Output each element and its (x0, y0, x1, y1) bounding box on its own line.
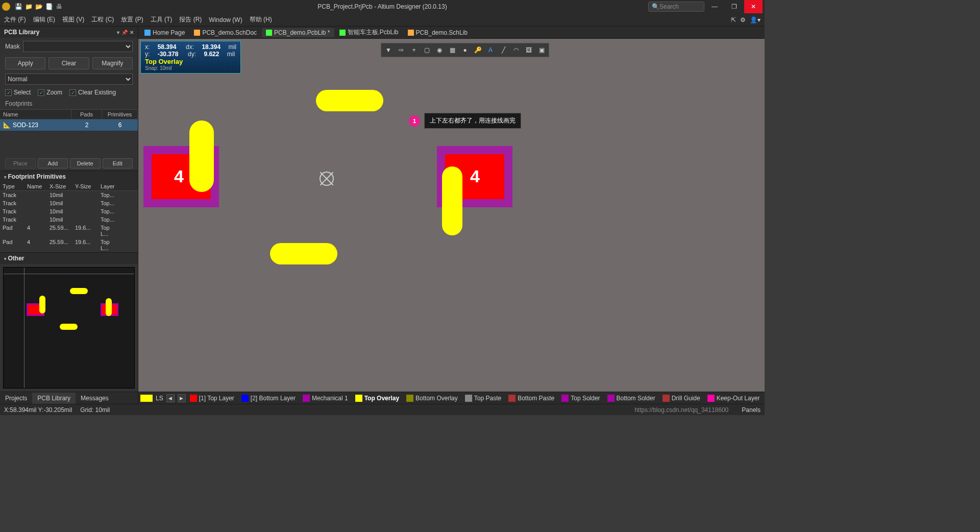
projects-tab[interactable]: Projects (0, 393, 32, 404)
pill-right-bottom[interactable] (442, 166, 462, 235)
arc-icon[interactable]: ◠ (510, 44, 522, 56)
filter-icon[interactable]: ▼ (382, 44, 395, 56)
main-area: Home Page PCB_demo.SchDoc PCB_demo.PcbLi… (138, 27, 765, 404)
layer-item[interactable]: Mechanical 1 (300, 394, 351, 403)
tab-schdoc[interactable]: PCB_demo.SchDoc (190, 28, 261, 37)
primitive-row[interactable]: Track10milTop... (0, 215, 138, 224)
tab-pcblib-active[interactable]: PCB_demo.PcbLib * (262, 28, 334, 37)
settings-icon[interactable]: ⚙ (740, 16, 746, 23)
open-file-icon[interactable]: 📂 (35, 3, 43, 11)
mode-select[interactable]: Normal (5, 74, 133, 85)
status-bar: X:58.394mil Y:-30.205mil Grid: 10mil htt… (0, 404, 765, 415)
menu-project[interactable]: 工程 (C) (91, 15, 114, 24)
image-icon[interactable]: 🖼 (523, 44, 535, 56)
text-icon[interactable]: A (484, 44, 497, 56)
save-all-icon[interactable]: 📑 (45, 3, 53, 11)
panel-pin-icon[interactable]: 📌 (121, 30, 128, 35)
zoom-checkbox[interactable]: ✓Zoom (38, 89, 62, 96)
layer-item[interactable]: [1] Top Layer (187, 394, 237, 403)
layer-item[interactable]: Top Paste (462, 394, 504, 403)
tab-home[interactable]: Home Page (140, 28, 189, 37)
save-icon[interactable]: 💾 (14, 3, 22, 11)
pad-left-number: 4 (174, 166, 184, 186)
user-icon[interactable]: 👤▾ (750, 16, 761, 23)
pad-right-number: 4 (470, 166, 480, 186)
layer-item[interactable]: Drill Guide (659, 394, 703, 403)
ls-label[interactable]: LS (156, 395, 163, 402)
delete-button[interactable]: Delete (70, 158, 101, 168)
panels-button[interactable]: Panels (742, 406, 761, 414)
clear-existing-checkbox[interactable]: ✓Clear Existing (69, 89, 116, 96)
tab-pcblib2[interactable]: 智能车主板.PcbLib (335, 27, 403, 38)
panel-title: PCB Library (4, 29, 39, 36)
document-tabs: Home Page PCB_demo.SchDoc PCB_demo.PcbLi… (138, 27, 765, 39)
layer-item[interactable]: Keep-Out Layer (704, 394, 763, 403)
open-folder-icon[interactable]: 📁 (24, 3, 33, 11)
magnify-button[interactable]: Magnify (92, 57, 133, 69)
layer-item[interactable]: [2] Bottom Layer (238, 394, 299, 403)
mask-label: Mask (5, 43, 20, 50)
edit-button[interactable]: Edit (103, 158, 133, 168)
layer-item[interactable]: Drill (764, 394, 765, 403)
menu-place[interactable]: 放置 (P) (121, 15, 143, 24)
footprints-section-label: Footprints (0, 98, 138, 110)
layer-item[interactable]: Bottom Paste (505, 394, 557, 403)
footprint-row[interactable]: 📐 SOD-123 2 6 (0, 119, 138, 131)
menu-tools[interactable]: 工具 (T) (151, 15, 173, 24)
minimize-button[interactable]: — (705, 0, 724, 13)
fill-icon[interactable]: ▦ (446, 44, 458, 56)
select-checkbox[interactable]: ✓Select (5, 89, 31, 96)
share-icon[interactable]: ⇱ (731, 16, 736, 23)
apply-button[interactable]: Apply (5, 57, 45, 69)
layer-next-button[interactable]: ▶ (178, 394, 186, 402)
primitive-row[interactable]: Track10milTop... (0, 207, 138, 215)
via-icon[interactable]: ◉ (433, 44, 446, 56)
menu-help[interactable]: 帮助 (H) (250, 15, 272, 24)
app-logo-icon (2, 3, 10, 11)
panel-close-icon[interactable]: ✕ (130, 30, 134, 35)
primitive-row[interactable]: Pad425.59...19.6...Top L... (0, 238, 138, 252)
pill-top[interactable] (316, 90, 383, 111)
pcb-canvas[interactable]: x: 58.394 dx: 18.394 mil y: -30.378 dy: … (138, 39, 765, 392)
layer-prev-button[interactable]: ◀ (166, 394, 175, 402)
menu-file[interactable]: 文件 (F) (4, 15, 26, 24)
footprint-primitives-header[interactable]: Footprint Primitives (0, 171, 138, 182)
layer-item[interactable]: Bottom Solder (604, 394, 658, 403)
key-icon[interactable]: 🔑 (472, 44, 484, 56)
menu-window[interactable]: Window (W) (209, 16, 242, 23)
menu-view[interactable]: 视图 (V) (62, 15, 84, 24)
tab-schlib[interactable]: PCB_demo.SchLib (404, 28, 472, 37)
plus-icon[interactable]: + (408, 44, 420, 56)
menu-report[interactable]: 报告 (R) (179, 15, 202, 24)
hud-layer: Top Overlay (145, 58, 236, 65)
maximize-button[interactable]: ❐ (725, 0, 743, 13)
messages-tab[interactable]: Messages (76, 393, 114, 404)
primitive-row[interactable]: Track10milTop... (0, 191, 138, 199)
layer-item[interactable]: Top Overlay (352, 394, 402, 403)
layer-item[interactable]: Top Solder (558, 394, 603, 403)
other-header[interactable]: Other (0, 252, 138, 264)
pill-bottom[interactable] (270, 243, 337, 264)
mask-select[interactable] (23, 41, 133, 52)
annotation-callout: 1 上下左右都齐了，用连接线画完 (409, 113, 521, 129)
primitive-row[interactable]: Track10milTop... (0, 199, 138, 207)
rect-icon[interactable]: ▢ (421, 44, 433, 56)
pill-left-top[interactable] (189, 120, 214, 192)
layer-item[interactable]: Bottom Overlay (403, 394, 461, 403)
dot-icon[interactable]: ● (459, 44, 471, 56)
search-input[interactable]: 🔍 Search (648, 2, 704, 12)
close-button[interactable]: ✕ (744, 0, 763, 13)
hud-snap: Snap: 10mil (145, 65, 236, 71)
line-icon[interactable]: ╱ (497, 44, 509, 56)
pcb-library-tab[interactable]: PCB Library (32, 393, 76, 404)
primitive-row[interactable]: Pad425.59...19.6...Top L... (0, 224, 138, 238)
array-icon[interactable]: ▣ (535, 44, 548, 56)
status-url: https://blog.csdn.net/qq_34118600 (634, 406, 728, 414)
menu-edit[interactable]: 编辑 (E) (33, 15, 55, 24)
panel-dropdown-icon[interactable]: ▾ (117, 30, 119, 35)
clear-button[interactable]: Clear (48, 57, 89, 69)
add-button[interactable]: Add (38, 158, 68, 168)
layer-bar: LS ◀ ▶ [1] Top Layer[2] Bottom LayerMech… (138, 392, 765, 404)
route-icon[interactable]: ⇨ (395, 44, 407, 56)
print-icon[interactable]: 🖶 (55, 3, 63, 11)
